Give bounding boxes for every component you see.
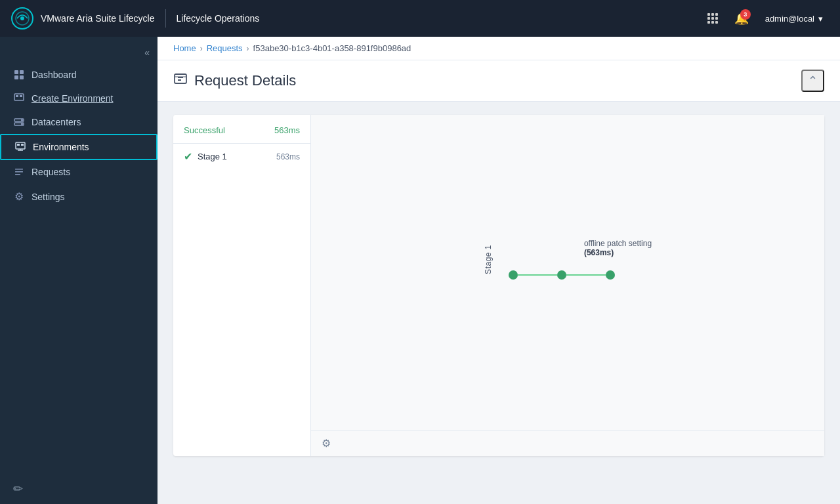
svg-point-14	[22, 123, 23, 125]
canvas-settings-button[interactable]: ⚙	[319, 434, 333, 452]
sidebar-item-environments[interactable]: Environments	[0, 134, 158, 160]
chevron-down-icon: ▾	[818, 14, 823, 24]
sidebar-item-dashboard[interactable]: Dashboard	[0, 63, 158, 87]
app-name: VMware Aria Suite Lifecycle	[41, 13, 155, 24]
environments-label: Environments	[33, 142, 89, 152]
canvas-area: Stage 1 offline patch setting (563ms)	[311, 115, 824, 430]
svg-rect-10	[20, 95, 22, 97]
sidebar-item-datacenters[interactable]: Datacenters	[0, 110, 158, 134]
page-title-icon	[173, 72, 188, 90]
svg-rect-5	[20, 70, 24, 74]
sidebar-item-requests[interactable]: Requests	[0, 160, 158, 184]
sidebar-collapse-button[interactable]: «	[136, 42, 158, 63]
svg-rect-15	[16, 142, 25, 149]
svg-rect-7	[20, 75, 24, 79]
stage-time: 563ms	[276, 152, 300, 161]
svg-rect-21	[15, 171, 23, 173]
pencil-icon[interactable]: ✏	[13, 482, 23, 495]
request-right-panel: Stage 1 offline patch setting (563ms)	[311, 115, 824, 456]
notification-badge: 3	[740, 9, 751, 20]
diagram-nodes-container: offline patch setting (563ms)	[509, 239, 652, 280]
top-navigation: VMware Aria Suite Lifecycle Lifecycle Op…	[0, 0, 840, 37]
stage-line-1	[518, 274, 557, 276]
diagram-content: Stage 1 offline patch setting (563ms)	[484, 239, 652, 280]
create-environment-link[interactable]: Create Environment	[32, 93, 114, 104]
svg-rect-9	[16, 95, 18, 97]
diagram-tooltip: offline patch setting (563ms)	[584, 239, 652, 257]
user-name: admin@local	[765, 14, 814, 24]
tooltip-title: offline patch setting	[584, 239, 652, 248]
request-status-header: Successful 563ms	[173, 115, 310, 143]
canvas-footer: ⚙	[311, 430, 824, 456]
status-duration: 563ms	[274, 125, 300, 135]
main-content: Successful 563ms ✔ Stage 1 563ms	[158, 102, 840, 504]
svg-rect-16	[17, 144, 20, 146]
page-title: Request Details	[194, 72, 296, 89]
settings-icon: ⚙	[13, 190, 25, 203]
svg-rect-8	[14, 94, 24, 100]
apps-grid-icon	[707, 13, 718, 24]
stage-diagram: Stage 1 offline patch setting (563ms)	[311, 115, 824, 404]
create-environment-label: Create Environment	[32, 93, 114, 104]
stage-node-1	[509, 270, 518, 280]
datacenters-icon	[13, 117, 25, 127]
sidebar-item-create-environment[interactable]: Create Environment	[0, 87, 158, 110]
stage-node-2	[557, 270, 566, 280]
content-area: Home › Requests › f53abe30-b1c3-4b01-a35…	[158, 37, 840, 504]
breadcrumb: Home › Requests › f53abe30-b1c3-4b01-a35…	[158, 37, 840, 60]
stage-node-3	[606, 270, 615, 280]
sidebar-bottom: ✏	[0, 474, 158, 504]
breadcrumb-current: f53abe30-b1c3-4b01-a358-891f9b0986ad	[253, 43, 411, 53]
sidebar: « Dashboard Create Environment Datacente…	[0, 37, 158, 504]
breadcrumb-requests[interactable]: Requests	[207, 43, 243, 53]
apps-grid-button[interactable]	[701, 7, 724, 30]
breadcrumb-home[interactable]: Home	[173, 43, 196, 53]
tooltip-duration: (563ms)	[584, 248, 652, 257]
status-label: Successful	[184, 125, 225, 135]
settings-label: Settings	[32, 192, 65, 202]
section-name: Lifecycle Operations	[177, 13, 260, 24]
vmware-logo-icon	[10, 7, 34, 30]
svg-rect-22	[15, 174, 20, 175]
requests-label: Requests	[32, 167, 70, 177]
sidebar-item-settings[interactable]: ⚙ Settings	[0, 184, 158, 209]
breadcrumb-sep-1: ›	[200, 44, 203, 53]
dashboard-label: Dashboard	[32, 70, 77, 80]
page-header: Request Details ⌃	[158, 60, 840, 102]
stage-connector-row	[509, 270, 615, 280]
stage-item-1[interactable]: ✔ Stage 1 563ms	[173, 143, 310, 169]
create-environment-icon	[13, 93, 25, 104]
svg-rect-6	[14, 75, 18, 79]
app-logo[interactable]: VMware Aria Suite Lifecycle	[10, 7, 155, 30]
stage-name: Stage 1	[198, 152, 271, 161]
request-left-panel: Successful 563ms ✔ Stage 1 563ms	[173, 115, 311, 456]
svg-rect-23	[175, 74, 186, 83]
dashboard-icon	[13, 70, 25, 80]
stage-line-2	[566, 274, 606, 276]
svg-point-13	[22, 119, 23, 121]
datacenters-label: Datacenters	[32, 117, 81, 127]
page-collapse-button[interactable]: ⌃	[801, 70, 824, 92]
user-menu-button[interactable]: admin@local ▾	[759, 10, 830, 28]
stage-check-icon: ✔	[184, 150, 192, 163]
stage-vertical-label: Stage 1	[484, 245, 493, 274]
svg-rect-4	[14, 70, 18, 74]
requests-icon	[13, 167, 25, 177]
breadcrumb-sep-2: ›	[247, 44, 249, 53]
main-layout: « Dashboard Create Environment Datacente…	[0, 37, 840, 504]
environments-icon	[14, 142, 26, 152]
page-title-row: Request Details	[173, 72, 296, 90]
nav-icons: 🔔 3 admin@local ▾	[701, 7, 830, 30]
notifications-button[interactable]: 🔔 3	[730, 7, 753, 30]
svg-rect-20	[15, 169, 23, 170]
request-card: Successful 563ms ✔ Stage 1 563ms	[173, 115, 824, 456]
svg-rect-17	[21, 144, 24, 146]
nav-divider	[165, 9, 166, 28]
svg-point-3	[20, 16, 24, 20]
